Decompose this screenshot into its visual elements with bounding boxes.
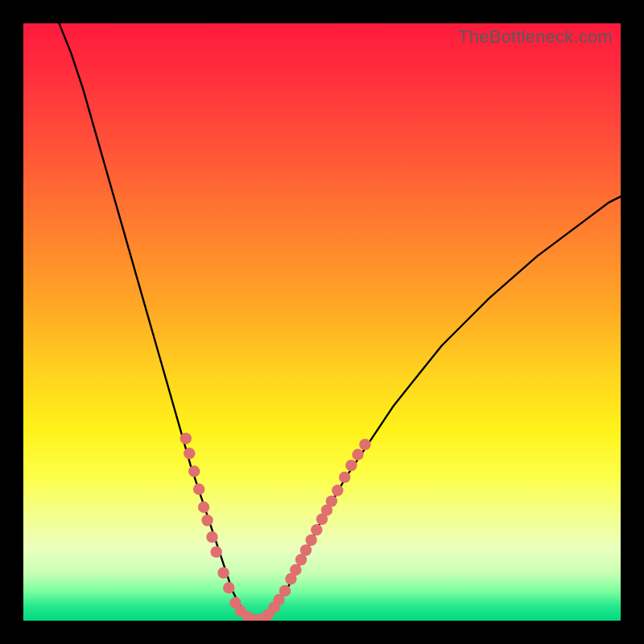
curve-marker: [279, 585, 291, 597]
curve-marker: [217, 567, 229, 578]
curve-marker: [198, 502, 209, 513]
curve-marker: [352, 449, 363, 460]
plot-area: TheBottleneck.com: [23, 23, 621, 621]
curve-marker: [332, 485, 343, 496]
curve-marker: [188, 465, 200, 477]
curve-marker: [359, 439, 370, 450]
curve-marker: [223, 582, 234, 593]
curve-marker: [290, 564, 301, 576]
curve-marker: [300, 544, 312, 555]
curve-marker: [193, 484, 204, 495]
curve-marker: [201, 514, 213, 526]
curve-marker: [326, 495, 337, 506]
curve-markers: [180, 432, 371, 621]
chart-svg: [23, 23, 621, 621]
curve-marker: [180, 432, 192, 444]
bottleneck-curve: [60, 23, 621, 621]
curve-marker: [305, 535, 316, 546]
curve-marker: [210, 546, 221, 557]
chart-frame: TheBottleneck.com: [0, 0, 644, 644]
curve-marker: [206, 531, 217, 543]
curve-marker: [311, 524, 322, 535]
curve-marker: [184, 448, 195, 459]
curve-marker: [339, 472, 350, 483]
curve-marker: [345, 460, 357, 471]
